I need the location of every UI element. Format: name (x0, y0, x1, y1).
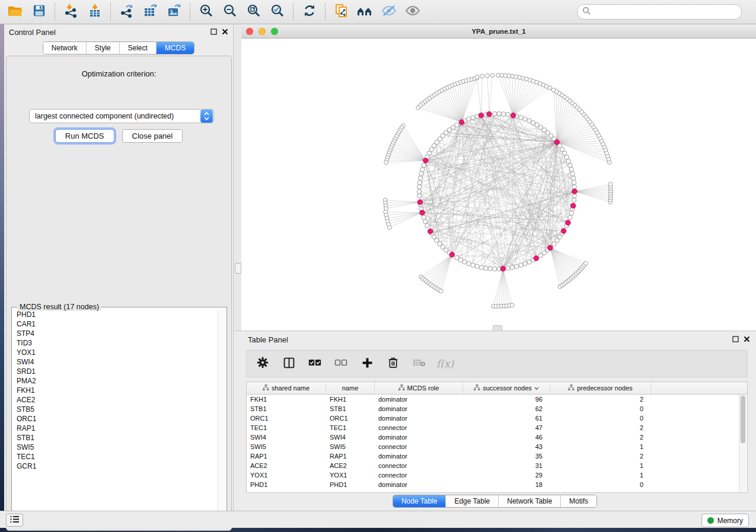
network-node[interactable] (519, 116, 523, 120)
network-window-titlebar[interactable]: YPA_prune.txt_1 (241, 24, 756, 39)
table-cell[interactable]: connector (375, 461, 463, 470)
mcds-node[interactable] (449, 252, 455, 258)
table-cell[interactable]: YOX1 (326, 470, 375, 480)
network-node[interactable] (527, 260, 531, 264)
table-cell[interactable]: SWI5 (247, 442, 326, 451)
table-cell[interactable]: TEC1 (326, 423, 375, 432)
show-all-button[interactable] (401, 2, 425, 21)
mcds-result-item[interactable]: PMA2 (12, 376, 219, 386)
network-node[interactable] (566, 159, 570, 163)
network-node[interactable] (420, 167, 425, 171)
export-image-button[interactable] (162, 2, 186, 21)
table-cell[interactable]: 43 (463, 442, 550, 451)
network-node[interactable] (506, 113, 510, 117)
close-panel-icon[interactable] (222, 27, 228, 37)
table-cell[interactable]: 1 (550, 461, 651, 470)
table-row[interactable]: RAP1RAP1dominator352 (247, 451, 747, 461)
tab-style[interactable]: Style (86, 42, 119, 54)
network-node[interactable] (480, 74, 484, 78)
network-node[interactable] (458, 258, 462, 262)
network-node[interactable] (551, 88, 556, 92)
mcds-node[interactable] (554, 140, 560, 145)
table-cell[interactable]: 96 (463, 395, 550, 404)
network-node[interactable] (416, 105, 420, 110)
mcds-node[interactable] (566, 220, 571, 226)
mcds-node[interactable] (500, 266, 506, 271)
zoom-out-button[interactable] (218, 2, 242, 21)
table-settings-button[interactable] (254, 355, 272, 373)
network-node[interactable] (475, 75, 479, 79)
vertical-splitter-handle[interactable] (235, 263, 241, 274)
network-node[interactable] (569, 167, 573, 171)
network-node[interactable] (568, 163, 572, 167)
mcds-result-item[interactable]: STP4 (12, 329, 219, 338)
table-cell[interactable]: 31 (463, 461, 550, 470)
mcds-result-item[interactable]: TID3 (12, 338, 219, 348)
mcds-node[interactable] (487, 111, 492, 117)
table-cell[interactable]: 0 (550, 480, 651, 489)
import-network-button[interactable] (59, 2, 83, 21)
table-cell[interactable]: 46 (463, 432, 550, 442)
tab-network[interactable]: Network (43, 42, 86, 54)
table-cell[interactable]: 2 (550, 423, 651, 432)
network-node[interactable] (527, 118, 531, 123)
network-node[interactable] (523, 261, 527, 265)
table-cell[interactable]: 61 (463, 414, 550, 423)
mcds-node[interactable] (423, 158, 429, 164)
network-node[interactable] (422, 163, 426, 167)
table-cell[interactable]: 47 (463, 423, 550, 432)
column-header-shared-name[interactable]: shared name (247, 382, 326, 394)
table-cell[interactable]: ORC1 (326, 414, 375, 423)
task-history-button[interactable] (6, 514, 23, 527)
table-cell[interactable]: 0 (550, 404, 651, 414)
network-node[interactable] (515, 264, 519, 268)
table-cell[interactable]: RAP1 (326, 451, 375, 461)
network-node[interactable] (384, 161, 388, 165)
open-session-button[interactable] (4, 2, 27, 21)
table-row[interactable]: STB1STB1dominator620 (247, 404, 747, 414)
network-node[interactable] (419, 172, 423, 176)
table-cell[interactable]: dominator (375, 395, 463, 404)
network-node[interactable] (496, 73, 500, 78)
table-cell[interactable]: 1 (550, 470, 651, 480)
table-cell[interactable]: dominator (375, 451, 463, 461)
mcds-list-scrollbar[interactable] (218, 310, 226, 522)
table-cell[interactable]: dominator (375, 414, 463, 423)
table-cell[interactable]: dominator (375, 432, 463, 442)
network-node[interactable] (608, 182, 613, 187)
network-node[interactable] (486, 73, 490, 78)
float-panel-icon[interactable] (210, 27, 217, 37)
zoom-selected-button[interactable] (266, 2, 289, 21)
table-scrollbar-thumb[interactable] (741, 396, 745, 443)
network-node[interactable] (519, 263, 523, 267)
table-cell[interactable]: 2 (550, 395, 651, 404)
table-row[interactable]: SWI4SWI4dominator462 (247, 432, 747, 442)
show-columns-button[interactable] (280, 355, 298, 373)
close-panel-button[interactable]: Close panel (122, 129, 183, 143)
network-node[interactable] (584, 261, 588, 265)
table-cell[interactable]: 29 (463, 470, 550, 480)
criterion-dropdown[interactable]: largest connected component (undirected) (29, 109, 214, 123)
mcds-result-item[interactable]: GCR1 (12, 462, 219, 471)
vertical-splitter[interactable] (234, 24, 242, 331)
network-node[interactable] (471, 263, 475, 267)
close-panel-icon[interactable] (744, 334, 750, 345)
network-node[interactable] (572, 185, 576, 189)
search-input[interactable] (594, 7, 736, 17)
delete-column-button[interactable] (384, 355, 402, 373)
tab-select[interactable]: Select (119, 42, 156, 54)
copy-style-button[interactable] (330, 2, 353, 21)
table-cell[interactable]: connector (375, 470, 463, 480)
mcds-result-item[interactable]: ORC1 (12, 414, 219, 424)
table-cell[interactable]: STB1 (247, 404, 326, 414)
tab-node-table[interactable]: Node Table (393, 495, 446, 507)
network-node[interactable] (471, 116, 475, 120)
mcds-result-item[interactable]: STB5 (12, 405, 219, 414)
table-cell[interactable]: PHD1 (326, 480, 375, 489)
column-header-MCDS-role[interactable]: MCDS role (375, 382, 463, 394)
export-table-button[interactable] (139, 2, 162, 21)
network-node[interactable] (571, 176, 575, 180)
table-cell[interactable]: STB1 (326, 404, 375, 414)
table-cell[interactable]: 35 (463, 451, 550, 461)
table-row[interactable]: ORC1ORC1dominator610 (247, 414, 747, 423)
